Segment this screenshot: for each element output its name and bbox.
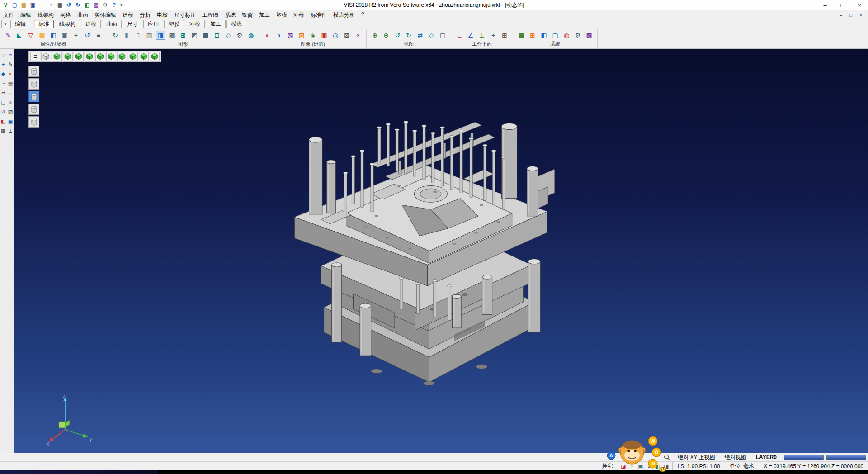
system-disc-icon[interactable]: ◍ (562, 31, 571, 40)
view-rotate-left-icon[interactable]: ↺ (393, 31, 402, 40)
graphics-box-icon[interactable]: ⊡ (212, 31, 222, 40)
tab-molding[interactable]: 塑膜 (164, 20, 184, 28)
attr-dropper-icon[interactable]: ◣ (15, 31, 24, 40)
view-custom-icon[interactable] (150, 52, 160, 62)
workplane-origin-icon[interactable]: + (489, 31, 498, 40)
mdi-restore-button[interactable]: □ (846, 13, 856, 18)
lt-grid-icon[interactable]: ▦ (0, 128, 6, 134)
attr-copy-icon[interactable]: ▣ (60, 31, 69, 40)
view-cube-icon[interactable]: ◧ (83, 1, 91, 9)
system-gear-icon[interactable]: ⚙ (573, 31, 582, 40)
lt-palette-icon[interactable]: ◧ (0, 118, 6, 124)
cad-model[interactable] (288, 111, 565, 399)
graphics-section-icon[interactable]: ▩ (167, 31, 176, 40)
mdi-close-button[interactable]: × (856, 13, 866, 18)
menu-dimension[interactable]: 尺寸标注 (171, 10, 199, 20)
tab-wireframe[interactable]: 线架构 (55, 20, 80, 28)
graphics-refresh-icon[interactable]: ↻ (111, 31, 120, 40)
attr-add-icon[interactable]: + (71, 31, 80, 40)
tab-modeling[interactable]: 建模 (81, 20, 101, 28)
view-zoom-in-icon[interactable]: ⊕ (370, 31, 379, 40)
menu-molding[interactable]: 塑模 (273, 10, 290, 20)
menu-help[interactable]: ? (358, 10, 368, 20)
wireframe-cube-icon[interactable] (41, 52, 51, 62)
menu-mesh[interactable]: 网格 (57, 10, 74, 20)
system-palette-icon[interactable]: ▦ (517, 31, 526, 40)
viewport-3d[interactable]: ≡ (14, 49, 868, 453)
menu-edit[interactable]: 编辑 (17, 10, 34, 20)
absolute-view-label[interactable]: 绝对视图 (720, 453, 751, 461)
filter-surfaces-icon[interactable] (28, 78, 39, 90)
import-icon[interactable]: ↓ (38, 1, 46, 9)
menu-drawing[interactable]: 工程图 (199, 10, 222, 20)
attr-layers-icon[interactable]: ▤ (38, 31, 47, 40)
menu-moldflow[interactable]: 模流分析 (330, 10, 358, 20)
view-right-icon[interactable] (85, 52, 94, 62)
mdi-minimize-button[interactable]: – (836, 13, 846, 18)
lt-box-icon[interactable]: ▢ (0, 99, 6, 105)
view-top-icon[interactable] (63, 52, 73, 62)
menu-window[interactable]: 视窗 (239, 10, 256, 20)
tab-edit[interactable]: 编辑 (10, 20, 30, 28)
graphics-grid-icon[interactable]: ⊞ (179, 31, 188, 40)
tab-dimension[interactable]: 尺寸 (123, 20, 142, 28)
filter-wireframe-icon[interactable] (28, 91, 39, 102)
view-zoom-out-icon[interactable]: ⊖ (382, 31, 391, 40)
image-crop-icon[interactable]: ⊠ (342, 31, 351, 40)
system-window-icon[interactable]: ⊞ (528, 31, 537, 40)
system-half-icon[interactable]: ◧ (539, 31, 548, 40)
minimize-button[interactable]: – (816, 0, 834, 10)
lt-circle-icon[interactable]: ○ (7, 99, 14, 105)
workplane-normal-icon[interactable]: ⊥ (477, 31, 486, 40)
tab-surface[interactable]: 曲面 (102, 20, 122, 28)
image-hatch-icon[interactable]: ▧ (286, 31, 295, 40)
mascot-overlay[interactable]: A W O W (601, 432, 667, 473)
filter-points-icon[interactable] (28, 104, 39, 115)
view-rotate-right-icon[interactable]: ↻ (404, 31, 413, 40)
lt-erase-icon[interactable]: ▱ (0, 90, 6, 96)
view-window-icon[interactable]: ▢ (438, 31, 447, 40)
lt-axis-icon[interactable]: ⊥ (7, 128, 14, 134)
lt-move-icon[interactable]: + (0, 61, 6, 67)
graphics-texture-icon[interactable]: ▦ (201, 31, 210, 40)
attr-list-icon[interactable]: ≡ (94, 31, 103, 40)
save-icon[interactable]: ▣ (29, 1, 37, 9)
image-close-icon[interactable]: × (354, 31, 363, 40)
menu-wireframe[interactable]: 线架构 (34, 10, 57, 20)
menu-solid-edit[interactable]: 实体编辑 (91, 10, 119, 20)
lt-notebook-icon[interactable]: ▤ (7, 80, 14, 86)
menu-modeling[interactable]: 建模 (119, 10, 137, 20)
lt-zoom-icon[interactable]: ◌ (0, 52, 6, 58)
open-file-icon[interactable]: ▤ (20, 1, 28, 9)
menu-stamping[interactable]: 冲模 (290, 10, 307, 20)
view-menu-icon[interactable]: ≡ (30, 52, 40, 62)
app-logo-icon[interactable]: V (2, 1, 9, 9)
system-matrix-icon[interactable]: ▩ (585, 31, 594, 40)
image-snapshot-icon[interactable]: ▣ (320, 31, 329, 40)
layers-icon[interactable]: ▧ (92, 1, 100, 9)
graphics-shadow-icon[interactable]: ◩ (190, 31, 199, 40)
lt-save-icon[interactable]: ▣ (7, 118, 14, 124)
menu-electrode[interactable]: 电极 (154, 10, 171, 20)
tab-moldflow[interactable]: 模流 (226, 20, 246, 28)
lt-snap-icon[interactable]: ◆ (0, 71, 6, 77)
graphics-dynamic-icon[interactable]: ◨ (156, 31, 165, 40)
filter-hidden-icon[interactable] (28, 116, 39, 128)
graphics-hidden-line-icon[interactable]: ▥ (145, 31, 154, 40)
image-stereo-right-icon[interactable]: ◑ (274, 31, 283, 40)
menu-analysis[interactable]: 分析 (137, 10, 154, 20)
print-icon[interactable]: ▦ (56, 1, 64, 9)
tab-application[interactable]: 应用 (143, 20, 163, 28)
view-dimetric-icon[interactable] (128, 52, 138, 62)
settings-icon[interactable]: ⚙ (101, 1, 109, 9)
graphics-shaded-icon[interactable]: ▮ (122, 31, 131, 40)
filter-solids-icon[interactable] (28, 66, 39, 77)
lt-undo-icon[interactable]: ↺ (0, 109, 6, 115)
system-frame-icon[interactable]: ▢ (551, 31, 560, 40)
workplane-grid-icon[interactable]: ⊞ (500, 31, 509, 40)
view-fit-icon[interactable]: ◇ (427, 31, 436, 40)
view-trimetric-icon[interactable] (139, 52, 149, 62)
lt-measure-icon[interactable]: ↔ (7, 90, 14, 96)
graphics-settings-icon[interactable]: ⚙ (235, 31, 244, 40)
graphics-transparent-icon[interactable]: ◇ (224, 31, 233, 40)
